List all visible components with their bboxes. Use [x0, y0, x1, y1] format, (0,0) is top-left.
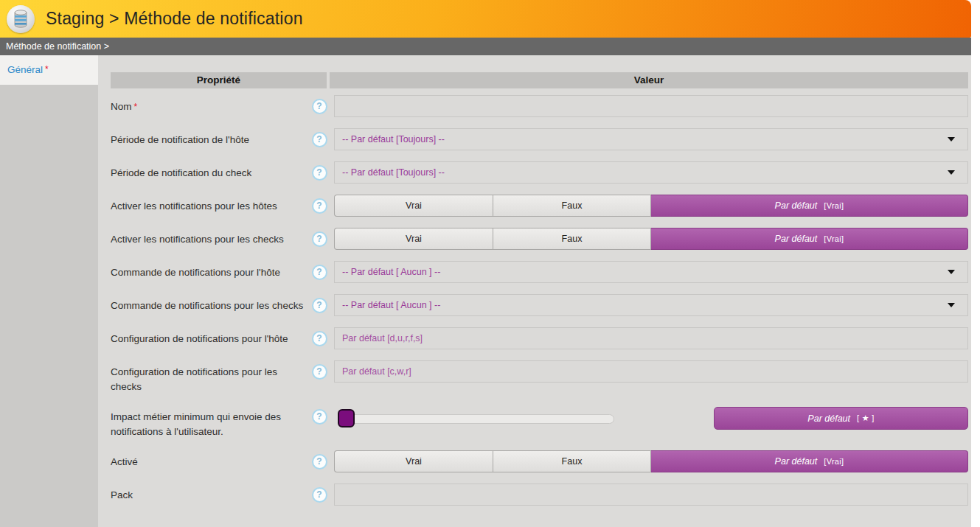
help-wrapper: ? [305, 128, 334, 147]
slider-handle[interactable] [338, 409, 355, 427]
help-icon[interactable]: ? [312, 409, 327, 425]
default-value: [Vrai] [824, 201, 844, 210]
check-notification-options-input[interactable] [334, 360, 968, 383]
database-icon [7, 5, 35, 33]
help-icon[interactable]: ? [312, 99, 327, 114]
sidebar-item-label: Général [7, 64, 43, 75]
field-label: Nom* [111, 95, 305, 114]
help-icon[interactable]: ? [312, 298, 327, 313]
form-row-impact-metier: Impact métier minimum qui envoie des not… [111, 405, 968, 439]
required-marker: * [45, 64, 49, 74]
help-icon[interactable]: ? [312, 198, 327, 214]
pack-input[interactable] [334, 484, 968, 506]
default-button[interactable]: Par défaut[Vrai] [651, 195, 968, 217]
default-button[interactable]: Par défaut[Vrai] [651, 228, 968, 250]
form-row-config-checks: Configuration de notifications pour les … [111, 360, 968, 394]
selected-option: -- Par défaut [Toujours] -- [342, 134, 445, 144]
default-value: [Vrai] [824, 234, 844, 243]
form-row-activer-notif-checks: Activer les notifications pour les check… [111, 228, 968, 250]
content-area: Général* Propriété Valeur Nom* ? Période… [0, 55, 971, 527]
form-panel: Propriété Valeur Nom* ? Période de notif… [98, 55, 971, 527]
dropdown-caret-icon [948, 137, 955, 142]
form-row-commande-checks: Commande de notifications pour les check… [111, 294, 968, 316]
field-label: Commande de notifications pour l'hôte [111, 261, 305, 280]
help-wrapper: ? [305, 484, 334, 503]
app-header: Staging > Méthode de notification [0, 0, 971, 38]
form-row-periode-check: Période de notification du check ? -- Pa… [111, 161, 968, 184]
help-icon[interactable]: ? [312, 331, 327, 346]
faux-button[interactable]: Faux [493, 450, 651, 472]
dropdown-caret-icon [948, 270, 955, 274]
check-notifications-enabled-tristate: Vrai Faux Par défaut[Vrai] [334, 228, 968, 250]
vrai-button[interactable]: Vrai [334, 228, 493, 250]
faux-button[interactable]: Faux [493, 195, 651, 217]
help-wrapper: ? [305, 261, 334, 280]
form-row-nom: Nom* ? [111, 95, 968, 117]
table-header: Propriété Valeur [111, 72, 968, 88]
check-notification-period-select[interactable]: -- Par défaut [Toujours] -- [334, 161, 968, 184]
host-notification-period-select[interactable]: -- Par défaut [Toujours] -- [334, 128, 968, 150]
field-label: Activé [111, 450, 305, 470]
field-label: Période de notification du check [111, 161, 305, 181]
required-marker: * [134, 102, 138, 112]
vrai-button[interactable]: Vrai [334, 450, 493, 472]
help-wrapper: ? [305, 405, 334, 425]
field-label: Activer les notifications pour les hôtes [111, 195, 305, 214]
vrai-button[interactable]: Vrai [334, 195, 493, 217]
help-wrapper: ? [305, 161, 334, 181]
help-icon[interactable]: ? [312, 454, 327, 470]
property-column-header: Propriété [111, 72, 327, 88]
help-wrapper: ? [305, 450, 334, 470]
app-window: Staging > Méthode de notification Méthod… [0, 0, 971, 527]
form-row-pack: Pack ? [111, 484, 968, 506]
help-icon[interactable]: ? [312, 487, 327, 503]
enabled-tristate: Vrai Faux Par défaut[Vrai] [334, 450, 968, 472]
selected-option: -- Par défaut [Toujours] -- [342, 167, 445, 178]
help-icon[interactable]: ? [312, 265, 327, 280]
min-business-impact-slider[interactable] [338, 409, 614, 428]
help-wrapper: ? [305, 360, 334, 380]
default-star-button[interactable]: Par défaut[ ★ ] [714, 407, 968, 430]
field-label: Pack [111, 484, 305, 503]
form-row-commande-hote: Commande de notifications pour l'hôte ? … [111, 261, 968, 283]
help-wrapper: ? [305, 195, 334, 214]
field-label: Commande de notifications pour les check… [111, 294, 305, 313]
form-row-config-hote: Configuration de notifications pour l'hô… [111, 327, 968, 349]
form-row-active: Activé ? Vrai Faux Par défaut[Vrai] [111, 450, 968, 472]
dropdown-caret-icon [948, 170, 955, 175]
sidebar-item-general[interactable]: Général* [0, 55, 98, 85]
name-input[interactable] [334, 95, 968, 117]
check-notification-command-select[interactable]: -- Par défaut [ Aucun ] -- [334, 294, 968, 316]
form-row-activer-notif-hotes: Activer les notifications pour les hôtes… [111, 195, 968, 217]
default-value: [ ★ ] [857, 413, 875, 423]
field-label: Période de notification de l'hôte [111, 128, 305, 147]
help-icon[interactable]: ? [312, 364, 327, 380]
selected-option: -- Par défaut [ Aucun ] -- [342, 300, 440, 310]
field-label: Activer les notifications pour les check… [111, 228, 305, 247]
help-icon[interactable]: ? [312, 132, 327, 147]
help-wrapper: ? [305, 95, 334, 114]
faux-button[interactable]: Faux [493, 228, 651, 250]
selected-option: -- Par défaut [ Aucun ] -- [342, 267, 440, 277]
value-column-header: Valeur [330, 72, 968, 88]
sidebar: Général* [0, 55, 98, 527]
host-notification-options-input[interactable] [334, 327, 968, 349]
field-label: Configuration de notifications pour les … [111, 360, 305, 394]
help-icon[interactable]: ? [312, 231, 327, 247]
slider-track[interactable] [338, 414, 614, 424]
form-row-periode-hote: Période de notification de l'hôte ? -- P… [111, 128, 968, 150]
default-value: [Vrai] [824, 457, 844, 466]
page-title: Staging > Méthode de notification [46, 9, 303, 29]
host-notification-command-select[interactable]: -- Par défaut [ Aucun ] -- [334, 261, 968, 283]
help-wrapper: ? [305, 228, 334, 247]
breadcrumb[interactable]: Méthode de notification > [0, 38, 971, 55]
help-icon[interactable]: ? [312, 165, 327, 181]
help-wrapper: ? [305, 327, 334, 346]
dropdown-caret-icon [948, 303, 955, 307]
field-label: Configuration de notifications pour l'hô… [111, 327, 305, 346]
host-notifications-enabled-tristate: Vrai Faux Par défaut[Vrai] [334, 195, 968, 217]
default-button[interactable]: Par défaut[Vrai] [651, 450, 968, 472]
help-wrapper: ? [305, 294, 334, 313]
field-label: Impact métier minimum qui envoie des not… [111, 405, 305, 439]
